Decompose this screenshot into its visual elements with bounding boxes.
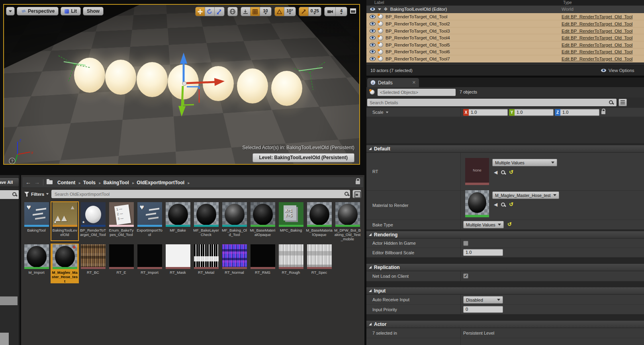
- scale-tool-button[interactable]: [215, 7, 224, 16]
- scale-snapping-button[interactable]: [299, 7, 309, 16]
- asset-tile[interactable]: RT_E: [107, 244, 135, 283]
- asset-tile[interactable]: RT_Spec: [305, 244, 333, 283]
- outliner-row[interactable]: BP_RenderToTarget_Old_Tool2 Edit BP_Rend…: [366, 20, 644, 27]
- asset-tile[interactable]: M_BaseMaterialOpaque: [305, 201, 333, 241]
- section-header-actor[interactable]: Actor: [366, 321, 644, 328]
- chevron-down-icon[interactable]: [386, 111, 388, 113]
- filters-button[interactable]: Filters: [24, 191, 49, 197]
- visibility-eye-icon[interactable]: [370, 7, 376, 11]
- actor-type-link[interactable]: Edit BP_RenderToTarget_Old_Tool: [562, 14, 644, 19]
- material-asset-dropdown[interactable]: M_Maglev_Master_Hose_test: [492, 191, 559, 199]
- asset-thumbnail[interactable]: [279, 202, 303, 227]
- outliner-row[interactable]: BP_RenderToTarget_Old_Tool Edit BP_Rende…: [366, 13, 644, 21]
- asset-thumbnail[interactable]: [166, 244, 190, 269]
- viewport-sphere[interactable]: [105, 60, 136, 95]
- x-value-field[interactable]: 1.0: [469, 109, 508, 116]
- section-header-rendering[interactable]: Rendering: [366, 231, 644, 238]
- visibility-eye-icon[interactable]: [370, 57, 376, 61]
- asset-tile[interactable]: M_DPW_Bot_Baking_Old_Test_mobile: [333, 201, 362, 241]
- asset-thumbnail[interactable]: [109, 244, 134, 269]
- scale-snap-value-dropdown[interactable]: 0.25: [309, 7, 321, 16]
- visibility-eye-icon[interactable]: [370, 43, 376, 47]
- camera-speed-button[interactable]: [325, 7, 336, 16]
- billboard-scale-field[interactable]: 1.0: [463, 249, 503, 256]
- asset-tile[interactable]: Enum_BakeTypes_Old_Tool: [107, 201, 135, 241]
- maximize-viewport-icon[interactable]: [350, 8, 356, 14]
- asset-tile[interactable]: RT_Mask: [164, 244, 192, 283]
- breadcrumb-item[interactable]: Content: [56, 180, 77, 185]
- asset-thumbnail[interactable]: [24, 202, 49, 227]
- reset-to-default-icon[interactable]: ↺: [507, 222, 512, 227]
- asset-thumbnail[interactable]: [251, 244, 275, 269]
- viewport-sphere[interactable]: [237, 68, 268, 103]
- use-selected-asset-icon[interactable]: ◀: [494, 202, 497, 207]
- actor-type-link[interactable]: Edit BP_RenderToTarget_Old_Tool: [562, 43, 644, 47]
- level-viewport[interactable]: z x y Perspective Lit Show: [3, 4, 360, 165]
- asset-thumbnail[interactable]: [194, 244, 219, 269]
- rt-asset-dropdown[interactable]: Multiple Values: [492, 159, 557, 166]
- asset-tile[interactable]: BP_RenderToTarget_Old_Tool: [79, 201, 107, 241]
- tab-details[interactable]: i Details ✕: [367, 78, 419, 87]
- asset-tile[interactable]: MPC_Baking: [277, 201, 305, 241]
- actor-type-link[interactable]: Edit BP_RenderToTarget_Old_Tool: [562, 57, 644, 61]
- section-header-replication[interactable]: Replication: [366, 264, 644, 271]
- surface-snapping-button[interactable]: [241, 7, 251, 16]
- save-search-button[interactable]: [352, 190, 361, 198]
- back-arrow-icon[interactable]: ←: [25, 179, 31, 185]
- asset-thumbnail[interactable]: [53, 244, 77, 269]
- viewport-sphere[interactable]: [271, 71, 302, 106]
- rotation-snap-value-dropdown[interactable]: 10°: [284, 7, 296, 16]
- details-search-input[interactable]: [367, 99, 617, 106]
- collapsed-panel-handle[interactable]: [0, 296, 18, 305]
- outliner-row[interactable]: BP_RenderToTarget_Old_Tool4 Edit BP_Rend…: [366, 34, 644, 41]
- asset-thumbnail[interactable]: [194, 202, 219, 227]
- asset-tile[interactable]: RT_Import: [135, 244, 164, 283]
- asset-thumbnail[interactable]: [109, 202, 134, 227]
- sources-search-input[interactable]: [0, 190, 19, 199]
- actor-type-link[interactable]: Edit BP_RenderToTarget_Old_Tool: [562, 21, 644, 26]
- outliner-row[interactable]: BP_RenderToTarget_Old_Tool3 Edit BP_Rend…: [366, 27, 644, 35]
- asset-tile[interactable]: MF_Baking_Old_Tool: [220, 201, 249, 241]
- breadcrumb-item[interactable]: BakingTool: [102, 180, 130, 185]
- material-asset-thumbnail[interactable]: [465, 190, 489, 217]
- asset-thumbnail[interactable]: [166, 202, 190, 227]
- visibility-eye-icon[interactable]: [370, 22, 376, 26]
- asset-tile[interactable]: RT_RMS: [249, 244, 277, 283]
- asset-thumbnail[interactable]: [279, 244, 303, 269]
- reset-to-default-icon[interactable]: ↺: [509, 170, 513, 175]
- selected-objects-dropdown[interactable]: <Selected Objects>: [378, 89, 456, 96]
- asset-tile[interactable]: RT_Metal: [192, 244, 220, 283]
- asset-tile[interactable]: BakingTool: [22, 201, 51, 241]
- asset-thumbnail[interactable]: [81, 202, 106, 227]
- reset-to-default-icon[interactable]: ↺: [509, 202, 513, 207]
- asset-tile[interactable]: M_Maglev_Master_Hose_test: [51, 244, 79, 283]
- breadcrumb-item[interactable]: OldExportImportTool: [135, 180, 186, 185]
- visibility-eye-icon[interactable]: [370, 15, 376, 19]
- outliner-label-column-header[interactable]: Label: [374, 0, 384, 5]
- asset-thumbnail[interactable]: [307, 202, 332, 227]
- actor-hidden-checkbox[interactable]: [463, 241, 468, 246]
- outliner-row[interactable]: BP_RenderToTarget_Old_Tool6 Edit BP_Rend…: [366, 48, 644, 56]
- browse-to-asset-icon[interactable]: [501, 202, 506, 207]
- outliner-row[interactable]: BP_RenderToTarget_Old_Tool5 Edit BP_Rend…: [366, 41, 644, 49]
- viewport-sphere[interactable]: [137, 62, 168, 97]
- rotate-tool-button[interactable]: [205, 7, 215, 16]
- asset-tile[interactable]: BakingToolLevelOld: [51, 201, 79, 241]
- forward-arrow-icon[interactable]: →: [34, 179, 40, 185]
- viewport-sphere[interactable]: [168, 64, 199, 99]
- asset-tile[interactable]: MI_BaseMaterialOpaque: [249, 201, 277, 241]
- details-settings-button[interactable]: [619, 99, 627, 106]
- perspective-mode-button[interactable]: Perspective: [17, 7, 59, 16]
- asset-thumbnail[interactable]: [222, 202, 247, 227]
- actor-type-link[interactable]: Edit BP_RenderToTarget_Old_Tool: [562, 49, 644, 54]
- asset-thumbnail[interactable]: [137, 202, 162, 227]
- actor-type-link[interactable]: Edit BP_RenderToTarget_Old_Tool: [562, 29, 644, 33]
- browse-to-asset-icon[interactable]: [501, 170, 506, 175]
- current-level-button[interactable]: Level: BakingToolLevelOld (Persistent): [253, 153, 355, 162]
- asset-tile[interactable]: M_Import: [22, 244, 51, 283]
- asset-thumbnail[interactable]: [137, 244, 162, 269]
- actor-type-link[interactable]: Edit BP_RenderToTarget_Old_Tool: [562, 35, 644, 40]
- camera-speed-value-dropdown[interactable]: 4: [336, 7, 347, 16]
- asset-thumbnail[interactable]: [335, 202, 360, 227]
- asset-search-input[interactable]: [51, 190, 350, 198]
